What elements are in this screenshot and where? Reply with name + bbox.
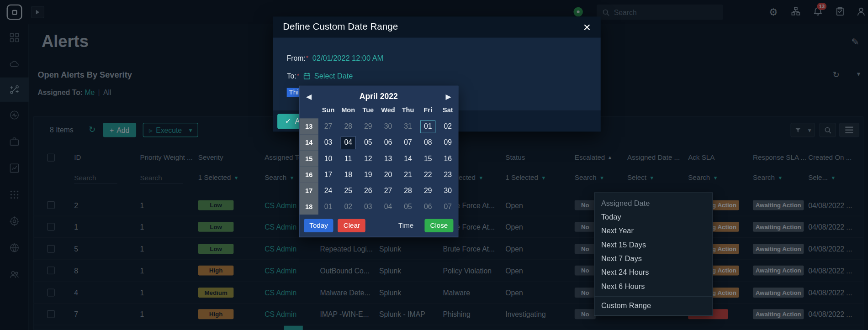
to-label: To:* <box>287 72 299 80</box>
calendar-day[interactable]: 04 <box>338 134 358 150</box>
menu-item-custom-range[interactable]: Custom Range <box>594 297 712 315</box>
week-number: 18 <box>300 199 318 215</box>
calendar-day[interactable]: 06 <box>378 134 398 150</box>
calendar-day[interactable]: 07 <box>398 134 418 150</box>
calendar-day[interactable]: 27 <box>378 183 398 199</box>
menu-header-assigned-date: Assigned Date <box>594 195 712 210</box>
calendar-day[interactable]: 16 <box>438 151 458 167</box>
calendar-day[interactable]: 21 <box>398 167 418 183</box>
calendar-day[interactable]: 04 <box>378 199 398 215</box>
calendar-day[interactable]: 17 <box>318 167 339 183</box>
calendar-day[interactable]: 30 <box>438 183 458 199</box>
calendar-footer: Today Clear Time Close <box>300 215 458 236</box>
calendar-day[interactable]: 27 <box>318 118 339 134</box>
prev-month-icon[interactable]: ◀ <box>306 92 318 100</box>
calendar-day[interactable]: 13 <box>378 151 398 167</box>
from-date-value[interactable]: 02/01/2022 12:00 AM <box>312 54 384 63</box>
calendar-day[interactable]: 20 <box>378 167 398 183</box>
today-button[interactable]: Today <box>304 219 333 232</box>
calendar-day[interactable]: 22 <box>418 167 438 183</box>
week-number: 17 <box>300 183 318 199</box>
calendar-day[interactable]: 15 <box>418 151 438 167</box>
menu-item-next-7-days[interactable]: Next 7 Days <box>594 251 712 265</box>
menu-item-next-year[interactable]: Next Year <box>594 224 712 238</box>
calendar-day[interactable]: 02 <box>438 118 458 134</box>
calendar-day[interactable]: 03 <box>318 134 339 150</box>
calendar-day[interactable]: 09 <box>438 134 458 150</box>
day-name: Wed <box>378 106 398 119</box>
close-icon[interactable]: × <box>583 21 591 32</box>
date-picker: ◀ April 2022 ▶ SunMonTueWedThuFriSat 132… <box>299 86 458 237</box>
calendar-day[interactable]: 11 <box>338 151 358 167</box>
calendar-header: ◀ April 2022 ▶ <box>300 86 458 106</box>
menu-item-next-15-days[interactable]: Next 15 Days <box>594 238 712 251</box>
check-icon: ✓ <box>285 117 291 125</box>
calendar-day[interactable]: 30 <box>378 118 398 134</box>
week-number: 15 <box>300 151 318 167</box>
calendar-grid: 1327282930310102140304050607080915101112… <box>300 118 458 215</box>
day-name: Thu <box>398 106 418 119</box>
calendar-day[interactable]: 12 <box>358 151 378 167</box>
calendar-day[interactable]: 25 <box>338 183 358 199</box>
to-date-select[interactable]: Select Date <box>314 72 353 80</box>
required-asterisk: * <box>306 54 308 61</box>
calendar-day[interactable]: 05 <box>358 134 378 150</box>
calendar-day[interactable]: 28 <box>398 183 418 199</box>
week-number: 13 <box>300 118 318 134</box>
day-name: Sun <box>318 106 339 119</box>
calendar-day[interactable]: 31 <box>398 118 418 134</box>
modal-title: Define Custom Date Range <box>283 21 398 32</box>
calendar-day[interactable]: 28 <box>338 118 358 134</box>
menu-item-next-6-hours[interactable]: Next 6 Hours <box>594 279 712 293</box>
assigned-date-filter-menu: Assigned DateTodayNext YearNext 15 DaysN… <box>594 193 713 316</box>
from-label: From:* <box>287 54 309 63</box>
menu-item-next-24-hours[interactable]: Next 24 Hours <box>594 266 712 279</box>
calendar-day[interactable]: 18 <box>338 167 358 183</box>
calendar-day[interactable]: 26 <box>358 183 378 199</box>
modal-header: Define Custom Date Range × <box>273 16 600 37</box>
calendar-day[interactable]: 23 <box>438 167 458 183</box>
calendar-day[interactable]: 29 <box>358 118 378 134</box>
day-name: Sat <box>438 106 458 119</box>
calendar-day[interactable]: 01 <box>418 118 438 134</box>
menu-item-today[interactable]: Today <box>594 210 712 224</box>
calendar-day[interactable]: 05 <box>398 199 418 215</box>
calendar-day[interactable]: 29 <box>418 183 438 199</box>
close-button[interactable]: Close <box>424 219 453 232</box>
calendar-day[interactable]: 08 <box>418 134 438 150</box>
calendar-day[interactable]: 01 <box>318 199 339 215</box>
calendar-day[interactable]: 24 <box>318 183 339 199</box>
time-label[interactable]: Time <box>398 222 413 230</box>
calendar-day-names: SunMonTueWedThuFriSat <box>300 106 458 119</box>
week-number: 16 <box>300 167 318 183</box>
day-name: Mon <box>338 106 358 119</box>
week-number: 14 <box>300 134 318 150</box>
calendar-icon <box>303 73 311 80</box>
clear-button[interactable]: Clear <box>338 219 365 232</box>
calendar-day[interactable]: 14 <box>398 151 418 167</box>
required-asterisk: * <box>297 72 299 79</box>
app-root: ⚙ 13 Alerts ✎ Open Alerts By Severity ↻ … <box>0 0 868 330</box>
calendar-day[interactable]: 03 <box>358 199 378 215</box>
day-name: Tue <box>358 106 378 119</box>
calendar-day[interactable]: 10 <box>318 151 339 167</box>
calendar-day[interactable]: 07 <box>438 199 458 215</box>
day-name: Fri <box>418 106 438 119</box>
calendar-day[interactable]: 06 <box>418 199 438 215</box>
calendar-day[interactable]: 02 <box>338 199 358 215</box>
calendar-day[interactable]: 19 <box>358 167 378 183</box>
calendar-month-label: April 2022 <box>318 92 439 100</box>
next-month-icon[interactable]: ▶ <box>439 92 451 100</box>
